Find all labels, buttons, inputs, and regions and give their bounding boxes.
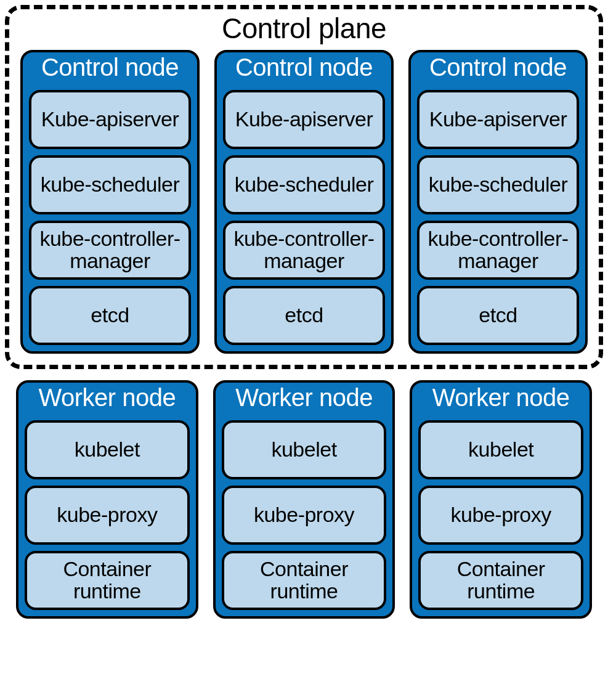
control-plane-group: Control plane Control node Kube-apiserve… bbox=[5, 5, 603, 369]
worker-node: Worker node kubelet kube-proxy Container… bbox=[213, 380, 395, 619]
component-etcd: etcd bbox=[223, 286, 385, 345]
control-node: Control node Kube-apiserver kube-schedul… bbox=[20, 50, 200, 354]
component-container-runtime: Container runtime bbox=[418, 551, 583, 610]
component-kube-apiserver: Kube-apiserver bbox=[417, 90, 579, 149]
worker-node: Worker node kubelet kube-proxy Container… bbox=[410, 380, 592, 619]
control-node: Control node Kube-apiserver kube-schedul… bbox=[408, 50, 588, 354]
control-node-title: Control node bbox=[223, 54, 385, 81]
worker-node-title: Worker node bbox=[418, 384, 583, 412]
component-kubelet: kubelet bbox=[418, 420, 583, 479]
component-kube-controller-manager: kube-controller-manager bbox=[223, 221, 385, 280]
component-kube-apiserver: Kube-apiserver bbox=[29, 90, 191, 149]
component-kube-proxy: kube-proxy bbox=[418, 486, 583, 545]
component-kubelet: kubelet bbox=[25, 420, 190, 479]
control-node-title: Control node bbox=[417, 54, 579, 81]
component-kube-proxy: kube-proxy bbox=[25, 486, 190, 545]
worker-nodes-row: Worker node kubelet kube-proxy Container… bbox=[5, 380, 603, 619]
component-container-runtime: Container runtime bbox=[25, 551, 190, 610]
component-container-runtime: Container runtime bbox=[222, 551, 387, 610]
worker-node-title: Worker node bbox=[222, 384, 387, 412]
control-plane-title: Control plane bbox=[20, 12, 588, 45]
component-kube-proxy: kube-proxy bbox=[222, 486, 387, 545]
worker-node-title: Worker node bbox=[25, 384, 190, 412]
component-etcd: etcd bbox=[29, 286, 191, 345]
component-kubelet: kubelet bbox=[222, 420, 387, 479]
component-kube-controller-manager: kube-controller-manager bbox=[417, 221, 579, 280]
component-kube-apiserver: Kube-apiserver bbox=[223, 90, 385, 149]
component-kube-scheduler: kube-scheduler bbox=[417, 155, 579, 214]
control-node: Control node Kube-apiserver kube-schedul… bbox=[214, 50, 394, 354]
control-node-title: Control node bbox=[29, 54, 191, 81]
worker-node: Worker node kubelet kube-proxy Container… bbox=[16, 380, 198, 619]
component-kube-scheduler: kube-scheduler bbox=[223, 155, 385, 214]
control-nodes-row: Control node Kube-apiserver kube-schedul… bbox=[20, 50, 588, 354]
component-kube-controller-manager: kube-controller-manager bbox=[29, 221, 191, 280]
component-kube-scheduler: kube-scheduler bbox=[29, 155, 191, 214]
component-etcd: etcd bbox=[417, 286, 579, 345]
